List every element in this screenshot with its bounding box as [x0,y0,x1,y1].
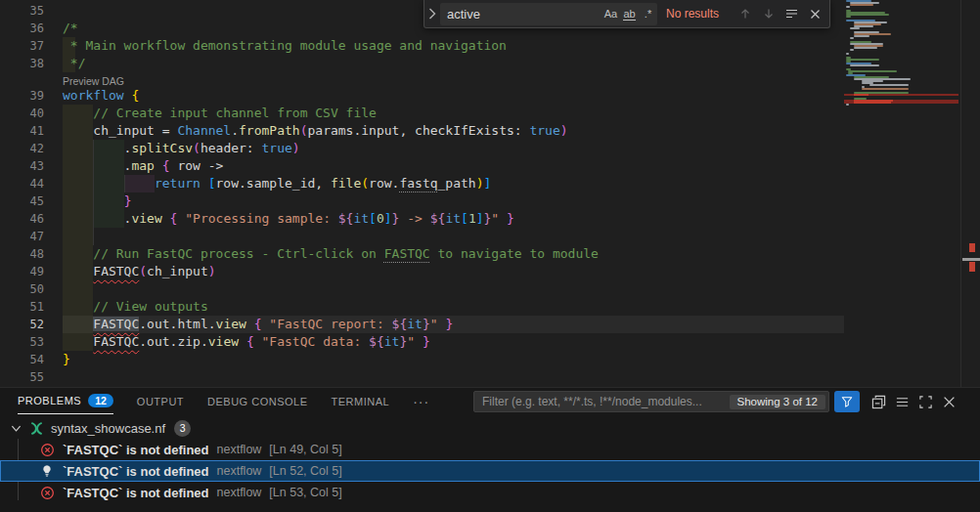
line-number: 47 [0,228,63,245]
code-token: it [407,317,423,331]
code-line[interactable]: .view { "Processing sample: ${it[0]} -> … [63,210,844,228]
code-line[interactable]: // View outputs [63,298,844,316]
match-case-icon[interactable]: Aa [601,5,620,23]
code-token: "Processing sample: [185,211,338,226]
code-token [162,211,170,226]
more-views-icon[interactable]: ··· [413,394,429,409]
close-panel-button[interactable] [941,394,958,410]
code-token: ) [292,141,300,155]
tab-terminal[interactable]: TERMINAL [332,388,390,414]
code-token: } [124,193,132,208]
find-input[interactable]: active Aa ab .* [440,3,657,25]
code-token: view [208,334,239,349]
code-token: " [430,317,438,331]
code-line[interactable]: * Main workflow demonstrating module usa… [63,37,844,55]
code-token: /* [63,21,78,35]
error-mark [969,262,975,272]
line-number: 54 [0,351,63,368]
filter-funnel-button[interactable] [834,391,860,412]
problem-row-selected[interactable]: `FASTQC` is not defined nextflow [Ln 52,… [0,460,980,482]
code-token: { [254,317,262,331]
close-find-button[interactable] [805,4,825,24]
code-token: row.sample_id, [216,176,331,191]
minimap-line [850,49,854,51]
editor-lines[interactable]: /* * Main workflow demonstrating module … [63,2,844,386]
code-token: ch_input = [63,123,177,138]
code-token: to navigate to module [430,246,599,261]
code-token: Channel [177,123,231,138]
code-token: . [63,158,131,173]
problem-row[interactable]: `FASTQC` is not defined nextflow [Ln 53,… [0,482,980,503]
code-token: { [162,158,170,173]
minimap-line [862,88,909,90]
code-token: [ [461,211,468,226]
minimap-line [869,84,909,86]
code-line[interactable]: } [63,351,844,368]
find-previous-button[interactable] [735,4,755,24]
code-line[interactable] [63,228,844,245]
code-token: row -> [170,158,224,173]
chevron-down-icon[interactable] [8,420,23,436]
code-token: ${ [392,317,408,331]
code-token: _path [438,176,476,191]
whole-word-icon[interactable]: ab [620,5,639,23]
code-line[interactable]: return [row.sample_id, file(row.fastq_pa… [63,175,844,192]
code-token: header: [200,141,262,155]
code-line[interactable]: FASTQC.out.zip.view { "FastQC data: ${it… [63,333,844,351]
problem-row[interactable]: `FASTQC` is not defined nextflow [Ln 49,… [0,439,980,460]
close-icon [810,9,821,20]
error-icon [39,442,55,457]
code-token: { [246,334,254,349]
code-editor[interactable]: 3536373839404142434445464748495051525354… [0,0,980,387]
code-line[interactable]: */ [63,55,844,72]
code-line[interactable]: // Create input channel from CSV file [63,105,844,122]
tab-debug-console[interactable]: DEBUG CONSOLE [207,388,307,414]
code-token: { [131,88,139,103]
toggle-replace-button[interactable] [424,0,440,27]
minimap-line [854,35,869,37]
find-next-button[interactable] [758,4,779,24]
minimap-line [850,4,873,6]
code-line[interactable] [63,280,844,298]
find-in-selection-button[interactable] [781,4,802,24]
code-line[interactable]: // Run FastQC process - Ctrl-click on FA… [63,245,844,263]
minimap-line [846,104,849,106]
codelens-preview-dag[interactable]: Preview DAG [63,75,124,87]
code-token: ( [139,264,147,278]
cursor-position-mark [962,258,980,261]
bottom-panel: PROBLEMS 12 OUTPUT DEBUG CONSOLE TERMINA… [0,387,980,512]
code-token: "FastQC report: [269,317,391,331]
problem-location: [Ln 49, Col 5] [269,443,341,456]
code-line[interactable]: ch_input = Channel.fromPath(params.input… [63,122,844,140]
problems-filter: Filter (e.g. text, **/*.ts, !**/node_mod… [473,391,860,412]
tab-problems[interactable]: PROBLEMS 12 [18,388,113,414]
line-number: 41 [0,122,63,140]
code-token: return [155,176,200,191]
minimap-line [854,47,877,49]
maximize-panel-button[interactable] [917,394,934,410]
code-line[interactable]: workflow { [63,87,844,105]
code-line[interactable]: .splitCsv(header: true) [63,140,844,157]
code-token: ${ [430,211,446,226]
minimap[interactable] [844,0,960,387]
line-number: 37 [0,37,63,55]
code-line[interactable]: FASTQC(ch_input) [63,263,844,280]
filter-input[interactable]: Filter (e.g. text, **/*.ts, !**/node_mod… [473,391,829,412]
code-line[interactable]: .map { row -> [63,157,844,175]
view-as-table-button[interactable] [894,394,911,410]
maximize-icon [918,395,933,409]
code-token: it [445,211,461,226]
code-line[interactable] [63,368,844,386]
code-line[interactable]: } [63,192,844,210]
collapse-all-button[interactable] [870,394,887,410]
problems-file-group[interactable]: syntax_showcase.nf 3 [0,417,980,439]
close-icon [943,396,956,408]
line-number: 42 [0,140,63,157]
tab-output[interactable]: OUTPUT [137,388,184,414]
codelens-row: Preview DAG [63,72,844,87]
code-line[interactable]: FASTQC.out.html.view { "FastQC report: $… [63,316,844,333]
vscode-window: 3536373839404142434445464748495051525354… [0,0,980,512]
code-token: [ [369,211,377,226]
regex-icon[interactable]: .* [639,5,657,23]
overview-ruler[interactable] [960,0,980,387]
